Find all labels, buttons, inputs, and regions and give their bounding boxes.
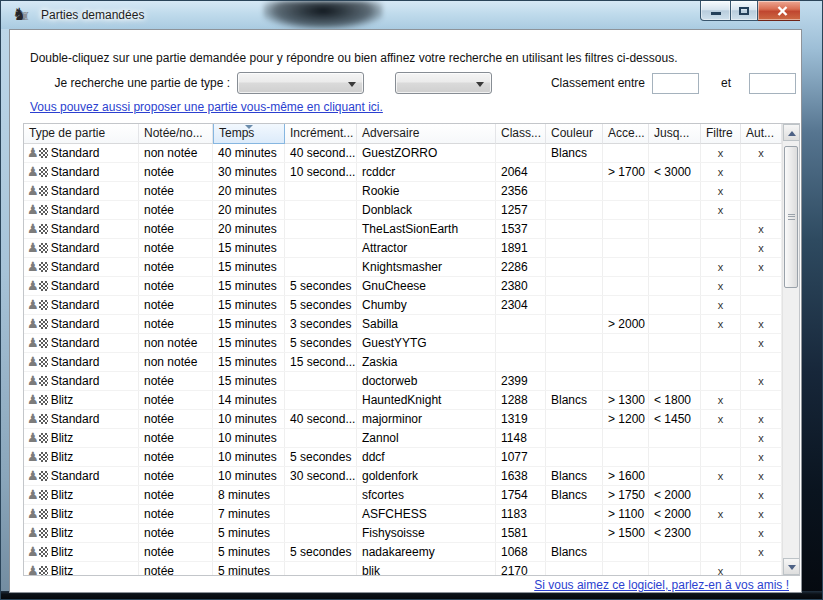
column-header-auto[interactable]: Aut... [741, 124, 782, 144]
game-type-combobox[interactable] [237, 72, 364, 94]
game-row[interactable]: ♟Standardnotée30 minutes10 second...rcdd… [24, 163, 782, 182]
cell-auto [741, 296, 782, 314]
cell-filter [701, 353, 741, 371]
column-header-accept_min[interactable]: Acce... [603, 124, 649, 144]
game-row[interactable]: ♟Standardnotée20 minutesTheLastSionEarth… [24, 220, 782, 239]
scroll-down-button[interactable] [783, 558, 800, 575]
cell-time: 15 minutes [213, 258, 285, 276]
game-row[interactable]: ♟Standardnotée20 minutesRookie2356x [24, 182, 782, 201]
vertical-scrollbar[interactable] [782, 124, 799, 575]
cell-accept_min [603, 543, 649, 561]
cell-accept_min: > 1700 [603, 163, 649, 181]
cell-time: 10 minutes [213, 410, 285, 428]
cell-auto: x [741, 505, 782, 523]
game-row[interactable]: ♟Standardnotée15 minutesdoctorweb2399x [24, 372, 782, 391]
chess-piece-icon: ♟ [27, 336, 48, 350]
game-row[interactable]: ♟Standardnotée10 minutes40 second...majo… [24, 410, 782, 429]
cell-filter: x [701, 277, 741, 295]
cell-accept_max [649, 296, 701, 314]
game-row[interactable]: ♟Blitznotée5 minutesFishysoisse1581> 150… [24, 524, 782, 543]
cell-rated: notée [139, 163, 213, 181]
column-header-color[interactable]: Couleur [546, 124, 603, 144]
game-row[interactable]: ♟Standardnotée10 minutes30 second...gold… [24, 467, 782, 486]
share-link[interactable]: Si vous aimez ce logiciel, parlez-en à v… [534, 578, 789, 592]
column-header-rated[interactable]: Notée/no... [139, 124, 213, 144]
cell-accept_max [649, 334, 701, 352]
close-button[interactable] [758, 1, 806, 21]
game-row[interactable]: ♟Blitznotée10 minutesZannol1148x [24, 429, 782, 448]
column-header-type[interactable]: Type de partie [24, 124, 139, 144]
cell-type: ♟Standard [24, 144, 139, 162]
column-header-accept_max[interactable]: Jusq... [649, 124, 701, 144]
chess-piece-icon: ♟ [27, 203, 48, 217]
cell-rating: 1077 [496, 448, 546, 466]
cell-opponent: ASFCHESS [357, 505, 496, 523]
chess-piece-icon: ♟ [27, 317, 48, 331]
game-row[interactable]: ♟Standardnotée15 minutes5 secondesGnuChe… [24, 277, 782, 296]
cell-opponent: Rookie [357, 182, 496, 200]
cell-color [546, 277, 603, 295]
cell-type: ♟Standard [24, 182, 139, 200]
rating-max-input[interactable] [749, 73, 796, 94]
cell-color [546, 296, 603, 314]
game-row[interactable]: ♟Blitznotée8 minutessfcortes1754Blancs> … [24, 486, 782, 505]
game-row[interactable]: ♟Blitznotée5 minutes5 secondesnadakareem… [24, 543, 782, 562]
scrollbar-thumb[interactable] [784, 146, 798, 288]
cell-rating: 2356 [496, 182, 546, 200]
game-type-value: Standard [51, 372, 100, 390]
column-header-opponent[interactable]: Adversaire [357, 124, 496, 144]
cell-opponent: sfcortes [357, 486, 496, 504]
cell-rated: notée [139, 467, 213, 485]
maximize-button[interactable] [731, 1, 758, 21]
cell-rating: 1319 [496, 410, 546, 428]
game-type-value: Blitz [51, 505, 74, 523]
cell-opponent: Chumby [357, 296, 496, 314]
cell-rating: 2170 [496, 562, 546, 576]
cell-time: 15 minutes [213, 315, 285, 333]
cell-auto [741, 353, 782, 371]
column-header-label: Type de partie [29, 126, 105, 140]
cell-auto: x [741, 543, 782, 561]
cell-increment [285, 258, 357, 276]
cell-time: 14 minutes [213, 391, 285, 409]
cell-rated: notée [139, 562, 213, 576]
chess-piece-icon: ♟ [27, 545, 48, 559]
cell-opponent: majorminor [357, 410, 496, 428]
cell-auto: x [741, 410, 782, 428]
game-row[interactable]: ♟Standardnotée15 minutes5 secondesChumby… [24, 296, 782, 315]
game-row[interactable]: ♟Blitznotée10 minutes5 secondesddcf1077x [24, 448, 782, 467]
game-row[interactable]: ♟Standardnotée15 minutesKnightsmasher228… [24, 258, 782, 277]
game-type-value: Standard [51, 163, 100, 181]
cell-color: Blancs [546, 144, 603, 162]
cell-auto: x [741, 144, 782, 162]
cell-increment [285, 239, 357, 257]
cell-accept_max [649, 543, 701, 561]
cell-type: ♟Standard [24, 296, 139, 314]
increment-combobox[interactable] [395, 72, 492, 94]
game-row[interactable]: ♟Blitznotée7 minutesASFCHESS1183> 1100< … [24, 505, 782, 524]
scroll-up-button[interactable] [783, 124, 800, 141]
rating-min-input[interactable] [652, 73, 699, 94]
cell-accept_max [649, 315, 701, 333]
column-header-increment[interactable]: Incrément... [285, 124, 357, 144]
minimize-button[interactable] [700, 1, 731, 21]
column-header-filter[interactable]: Filtre [701, 124, 741, 144]
chess-piece-icon: ♟ [27, 374, 48, 388]
game-row[interactable]: ♟Standardnotée15 minutes3 secondesSabill… [24, 315, 782, 334]
game-row[interactable]: ♟Blitznotée5 minutesblik2170x [24, 562, 782, 576]
cell-rated: notée [139, 486, 213, 504]
game-row[interactable]: ♟Standardnon notée15 minutes15 second...… [24, 353, 782, 372]
arrow-up-icon [788, 131, 796, 136]
titlebar[interactable]: ♞♜ Parties demandées [1, 1, 822, 29]
close-icon [777, 6, 788, 16]
game-row[interactable]: ♟Standardnotée20 minutesDonblack1257x [24, 201, 782, 220]
propose-game-link[interactable]: Vous pouvez aussi proposer une partie vo… [30, 100, 383, 114]
game-row[interactable]: ♟Standardnotée15 minutesAttractor1891x [24, 239, 782, 258]
game-row[interactable]: ♟Blitznotée14 minutesHauntedKnight1288Bl… [24, 391, 782, 410]
column-header-time[interactable]: Temps [213, 124, 285, 144]
column-header-rating[interactable]: Class... [496, 124, 546, 144]
game-row[interactable]: ♟Standardnon notée40 minutes40 second...… [24, 144, 782, 163]
cell-rated: notée [139, 220, 213, 238]
cell-accept_min [603, 277, 649, 295]
game-row[interactable]: ♟Standardnon notée15 minutes5 secondesGu… [24, 334, 782, 353]
